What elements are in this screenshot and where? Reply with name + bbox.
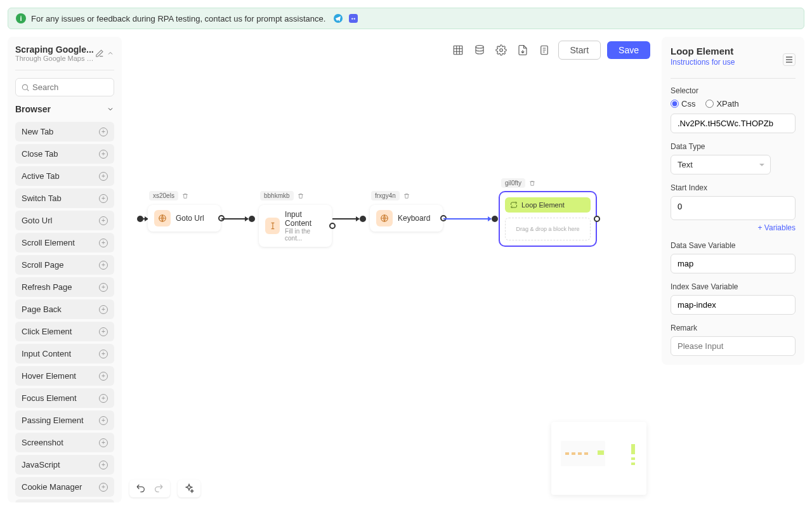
- add-icon[interactable]: +: [99, 416, 108, 425]
- index-save-input[interactable]: [671, 295, 796, 315]
- instructions-link[interactable]: Instructions for use: [671, 58, 735, 67]
- node-goto-url[interactable]: xs20els Goto Url: [148, 205, 221, 232]
- block-item[interactable]: Cookie Manager+: [15, 477, 114, 497]
- edit-icon[interactable]: [95, 49, 104, 58]
- port-out[interactable]: [329, 223, 336, 229]
- block-item[interactable]: Refresh Page+: [15, 277, 114, 297]
- add-icon[interactable]: +: [99, 261, 108, 270]
- flow-canvas[interactable]: Start Save xs20els Goto Url: [129, 37, 654, 502]
- start-index-input[interactable]: [671, 196, 796, 220]
- redo-icon[interactable]: [154, 483, 164, 494]
- block-item[interactable]: Switch Tab+: [15, 188, 114, 208]
- add-icon[interactable]: +: [99, 194, 108, 203]
- add-icon[interactable]: +: [99, 305, 108, 314]
- start-port[interactable]: [137, 216, 143, 222]
- svg-rect-5: [454, 46, 462, 55]
- block-item[interactable]: Element Attribute+: [15, 499, 114, 502]
- node-input-content[interactable]: bbhkmkb Input ContentFill in the cont...: [259, 205, 332, 247]
- reorder-icon[interactable]: [783, 53, 796, 66]
- panel-title: Loop Element: [671, 46, 735, 56]
- export-icon[interactable]: [515, 43, 530, 58]
- port-in[interactable]: [249, 216, 255, 222]
- variables-link[interactable]: + Variables: [671, 223, 796, 232]
- category-browser[interactable]: Browser: [15, 102, 114, 117]
- add-icon[interactable]: +: [99, 350, 108, 358]
- add-icon[interactable]: +: [99, 483, 108, 492]
- add-icon[interactable]: +: [99, 394, 108, 403]
- log-icon[interactable]: [537, 43, 552, 58]
- add-icon[interactable]: +: [99, 283, 108, 292]
- add-icon[interactable]: +: [99, 216, 108, 225]
- block-item[interactable]: Click Element+: [15, 322, 114, 341]
- block-label: Scroll Page: [22, 260, 63, 270]
- port-out[interactable]: [594, 216, 600, 222]
- node-loop-element[interactable]: gil0fty Loop Element Drag & drop a block…: [499, 191, 597, 247]
- undo-icon[interactable]: [136, 483, 146, 494]
- database-icon[interactable]: [472, 43, 487, 58]
- block-item[interactable]: Hover Element+: [15, 366, 114, 386]
- data-save-input[interactable]: [671, 254, 796, 273]
- block-label: Active Tab: [22, 171, 60, 181]
- add-icon[interactable]: +: [99, 172, 108, 181]
- search-box[interactable]: [15, 78, 114, 96]
- block-item[interactable]: Close Tab+: [15, 144, 114, 164]
- block-item[interactable]: Goto Url+: [15, 211, 114, 230]
- block-item[interactable]: Scroll Element+: [15, 233, 114, 253]
- block-item[interactable]: Screenshot+: [15, 433, 114, 452]
- edge: [221, 218, 248, 220]
- block-label: New Tab: [22, 127, 53, 136]
- block-label: Focus Element: [22, 393, 77, 403]
- collapse-icon[interactable]: [107, 49, 114, 57]
- add-icon[interactable]: +: [99, 461, 108, 469]
- add-icon[interactable]: +: [99, 128, 108, 136]
- add-icon[interactable]: +: [99, 327, 108, 336]
- start-button[interactable]: Start: [558, 41, 601, 60]
- block-item[interactable]: Scroll Page+: [15, 255, 114, 275]
- block-label: Cookie Manager: [22, 482, 82, 492]
- radio-xpath[interactable]: XPath: [705, 99, 738, 108]
- minimap[interactable]: [551, 422, 646, 495]
- index-save-label: Index Save Variable: [671, 282, 796, 291]
- block-item[interactable]: Page Back+: [15, 299, 114, 319]
- settings-icon[interactable]: [494, 43, 509, 58]
- block-label: Screenshot: [22, 438, 63, 447]
- edge: [332, 218, 359, 220]
- table-icon[interactable]: [450, 43, 466, 58]
- loop-dropzone[interactable]: Drag & drop a block here: [505, 218, 591, 240]
- node-label: Goto Url: [176, 214, 204, 223]
- block-item[interactable]: Active Tab+: [15, 166, 114, 186]
- selector-input[interactable]: [671, 114, 796, 133]
- node-keyboard[interactable]: frxgy4n Keyboard: [370, 205, 443, 232]
- port-in[interactable]: [360, 216, 366, 222]
- delete-icon[interactable]: [296, 192, 305, 200]
- block-item[interactable]: Passing Element+: [15, 410, 114, 430]
- chevron-down-icon: [107, 105, 114, 113]
- add-icon[interactable]: +: [99, 150, 108, 159]
- block-item[interactable]: New Tab+: [15, 122, 114, 141]
- svg-point-2: [351, 18, 353, 19]
- add-icon[interactable]: +: [99, 372, 108, 381]
- block-item[interactable]: JavaScript+: [15, 455, 114, 475]
- search-input[interactable]: [32, 82, 108, 92]
- block-label: JavaScript: [22, 460, 60, 469]
- block-label: Refresh Page: [22, 282, 72, 292]
- add-icon[interactable]: +: [99, 438, 108, 447]
- delete-icon[interactable]: [181, 192, 190, 200]
- start-index-label: Start Index: [671, 183, 796, 192]
- block-item[interactable]: Input Content+: [15, 344, 114, 364]
- discord-icon[interactable]: [348, 13, 358, 23]
- data-save-label: Data Save Variable: [671, 241, 796, 250]
- data-type-select[interactable]: Text: [671, 155, 771, 174]
- telegram-icon[interactable]: [333, 13, 343, 23]
- delete-icon[interactable]: [528, 179, 537, 188]
- magic-icon[interactable]: [184, 483, 194, 494]
- node-id: frxgy4n: [371, 191, 400, 200]
- block-item[interactable]: Focus Element+: [15, 388, 114, 408]
- radio-css[interactable]: Css: [671, 99, 695, 108]
- port-in[interactable]: [492, 216, 498, 222]
- canvas-toolbar: Start Save: [447, 38, 655, 62]
- add-icon[interactable]: +: [99, 239, 108, 247]
- remark-input[interactable]: [671, 336, 796, 356]
- save-button[interactable]: Save: [607, 41, 650, 59]
- delete-icon[interactable]: [402, 192, 411, 200]
